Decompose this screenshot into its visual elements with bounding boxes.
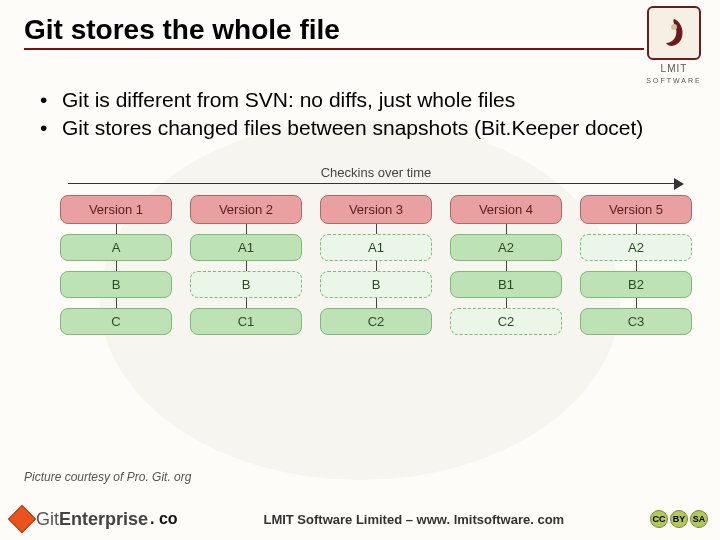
file-box-changed: B1 <box>450 271 562 298</box>
time-arrow-icon <box>68 177 684 191</box>
connector-line <box>246 224 247 234</box>
brand-git: Git <box>36 509 59 529</box>
version-box: Version 5 <box>580 195 692 224</box>
connector-line <box>246 298 247 308</box>
file-box-changed: C2 <box>320 308 432 335</box>
connector-line <box>376 224 377 234</box>
connector-line <box>116 224 117 234</box>
connector-line <box>636 298 637 308</box>
connector-line <box>246 261 247 271</box>
git-diamond-icon <box>8 505 36 533</box>
version-box: Version 4 <box>450 195 562 224</box>
picture-credit: Picture courtesy of Pro. Git. org <box>24 470 191 484</box>
file-box-unchanged: A1 <box>320 234 432 261</box>
brand-enterprise: Enterprise <box>59 509 148 529</box>
lmit-logo-icon <box>647 6 701 60</box>
connector-line <box>506 298 507 308</box>
by-icon: BY <box>670 510 688 528</box>
slide-title: Git stores the whole file <box>24 14 620 46</box>
gitenterprise-logo: GitEnterprise . co <box>12 509 178 530</box>
version-box: Version 2 <box>190 195 302 224</box>
file-box-unchanged: A2 <box>580 234 692 261</box>
lmit-logo-name: LMIT <box>661 63 688 74</box>
file-box-changed: C3 <box>580 308 692 335</box>
footer-company: LMIT Software Limited – www. lmitsoftwar… <box>178 512 650 527</box>
file-box-unchanged: B <box>190 271 302 298</box>
snapshot-column: Version 2A1BC1 <box>190 195 302 375</box>
version-box: Version 1 <box>60 195 172 224</box>
snapshot-column: Version 5A2B2C3 <box>580 195 692 375</box>
title-underline <box>24 48 644 50</box>
connector-line <box>506 261 507 271</box>
footer: GitEnterprise . co LMIT Software Limited… <box>0 498 720 540</box>
file-box-changed: A2 <box>450 234 562 261</box>
file-box-changed: C1 <box>190 308 302 335</box>
file-box-unchanged: B <box>320 271 432 298</box>
snapshot-diagram: Checkins over time Version 1ABCVersion 2… <box>60 165 692 375</box>
file-box-changed: A <box>60 234 172 261</box>
file-box-changed: B2 <box>580 271 692 298</box>
lmit-logo: LMITSOFTWARE <box>638 6 710 84</box>
connector-line <box>636 261 637 271</box>
lmit-logo-sub: SOFTWARE <box>646 77 701 84</box>
file-box-unchanged: C2 <box>450 308 562 335</box>
file-box-changed: C <box>60 308 172 335</box>
connector-line <box>116 298 117 308</box>
bullet-item: Git stores changed files between snapsho… <box>40 114 690 142</box>
brand-suffix: . co <box>150 510 178 528</box>
version-box: Version 3 <box>320 195 432 224</box>
cc-icon: CC <box>650 510 668 528</box>
connector-line <box>116 261 117 271</box>
connector-line <box>506 224 507 234</box>
file-box-changed: A1 <box>190 234 302 261</box>
snapshot-column: Version 1ABC <box>60 195 172 375</box>
snapshot-column: Version 4A2B1C2 <box>450 195 562 375</box>
connector-line <box>636 224 637 234</box>
bullet-item: Git is different from SVN: no diffs, jus… <box>40 86 690 114</box>
snapshot-column: Version 3A1BC2 <box>320 195 432 375</box>
cc-license-badge: CC BY SA <box>650 510 708 528</box>
connector-line <box>376 298 377 308</box>
svg-point-0 <box>671 24 677 30</box>
connector-line <box>376 261 377 271</box>
file-box-changed: B <box>60 271 172 298</box>
sa-icon: SA <box>690 510 708 528</box>
bullet-list: Git is different from SVN: no diffs, jus… <box>0 56 720 143</box>
